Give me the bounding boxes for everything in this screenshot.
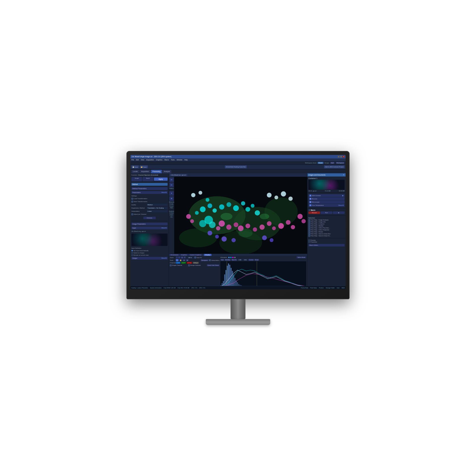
crosshair-tool[interactable]: ⊕	[186, 259, 189, 261]
switch-output-radio[interactable]	[131, 252, 133, 254]
menu-graphics[interactable]: Graphics	[156, 159, 162, 161]
main-image-canvas[interactable]	[174, 177, 307, 254]
properties-radio[interactable]	[308, 241, 310, 243]
set-input-auto-radio[interactable]	[131, 250, 133, 251]
interpolation-check[interactable]: ✓	[209, 259, 211, 261]
menu-help[interactable]: Help	[184, 159, 188, 161]
minimize-btn[interactable]: ─	[338, 156, 340, 158]
toolbar-save[interactable]: 💾 Save	[131, 165, 139, 168]
rp-close-icon[interactable]: ✕	[343, 174, 345, 176]
macro-expand-icon[interactable]: ▼	[308, 209, 310, 211]
dapi-btn[interactable]: DAPI	[176, 262, 180, 264]
reg-method-value[interactable]: Translation + No Scaling	[147, 207, 168, 209]
show-all-cryo[interactable]: Show All	[338, 205, 344, 206]
tab-processing[interactable]: Processing	[151, 170, 162, 173]
custom-graphics-tab[interactable]: Custom Graphics	[188, 254, 202, 256]
sel-check-7[interactable]	[308, 233, 310, 235]
menu-view[interactable]: View	[141, 159, 144, 161]
zoom-out-btn[interactable]: -	[176, 256, 178, 259]
preview-radio[interactable]	[308, 239, 310, 241]
workspace-reset-btn[interactable]: Reset	[318, 162, 324, 164]
zen-connect-arrow[interactable]: ▶	[342, 195, 344, 196]
interp-label-2[interactable]: Interpolation	[211, 260, 219, 261]
run-btn[interactable]: Run	[321, 211, 332, 214]
info-label[interactable]: Info	[169, 216, 174, 218]
input-show-all[interactable]: Show All	[161, 227, 167, 229]
gallery-label[interactable]: Gallery	[169, 188, 174, 189]
switch-output-label[interactable]: Switch to Output	[133, 252, 144, 254]
maximize-btn[interactable]: □	[340, 156, 342, 158]
sel-text-5[interactable]: Flow Step - Ortho Projection	[311, 229, 329, 231]
single-ch-check[interactable]	[170, 265, 172, 266]
focus-label[interactable]: Focus	[169, 205, 174, 207]
apply-btn[interactable]: Apply	[154, 178, 168, 181]
load-transform-label[interactable]: Load Transformation	[134, 198, 147, 199]
range-ind-check[interactable]	[188, 265, 190, 266]
add-zen-connect-btn[interactable]: Add to ZEN Connect Project	[324, 165, 345, 168]
current-select[interactable]: Current	[248, 259, 254, 261]
quick-color-btn[interactable]: Quick Color Setup	[207, 264, 219, 266]
zoom-1-btn[interactable]: 1	[184, 256, 186, 259]
record-btn[interactable]: Record	[308, 211, 320, 214]
menu-file[interactable]: File	[131, 159, 134, 161]
arrow-tool[interactable]: ↖	[176, 259, 178, 261]
zoom-tool-btn[interactable]: ⊕	[183, 259, 185, 261]
sel-check-1[interactable]	[308, 221, 310, 223]
adjust-channel-check[interactable]	[131, 213, 133, 215]
spline-mode-btn[interactable]: Spline Mode	[297, 256, 306, 258]
quality-value[interactable]: Medium	[147, 204, 168, 206]
sel-text-1[interactable]: Flow Step - Image Info	[311, 221, 326, 223]
stop-btn[interactable]: ■	[333, 211, 345, 214]
analysis-label[interactable]: Analysis	[169, 210, 174, 212]
egfp-btn[interactable]: EGFP	[181, 262, 186, 264]
batch-mode-btn[interactable]: Batch	[143, 177, 153, 181]
menu-tools[interactable]: Tools	[171, 159, 175, 161]
properties-label[interactable]: Properties	[310, 241, 317, 243]
load-transform-check[interactable]	[131, 198, 133, 200]
sel-check-0[interactable]	[308, 219, 310, 221]
tab-analysis[interactable]: Analysis	[162, 170, 171, 173]
show-scale-bar-btn[interactable]: Show/Hide Floating Scale Bar	[225, 165, 247, 168]
auto-fit-checkbox[interactable]: ✓	[194, 257, 196, 258]
output-show-all[interactable]: Show All	[161, 257, 167, 259]
critical-label[interactable]: Critical	[169, 212, 174, 214]
close-btn[interactable]: ✕	[343, 156, 345, 158]
design-select[interactable]: Dark	[330, 162, 335, 164]
hist-reset-btn[interactable]: Reset	[254, 259, 259, 261]
sel-check-3[interactable]	[308, 225, 310, 227]
menu-window[interactable]: Window	[177, 159, 182, 161]
auto-select[interactable]: Auto	[220, 259, 224, 261]
sel-text-4[interactable]: Flow Step - Ortho Proj Auto...	[311, 227, 330, 229]
view-2d-btn[interactable]: 2D	[169, 178, 174, 182]
profile-label[interactable]: Profile	[169, 203, 174, 205]
sel-check-6[interactable]	[308, 231, 310, 233]
sel-text-3[interactable]: Flow Step - Median	[311, 225, 324, 227]
spline-val2[interactable]: 0.01	[243, 259, 248, 261]
zen-connect-item[interactable]: Z ZEN Connect ▶	[308, 194, 345, 197]
adjust-channel-label[interactable]: Adjust per Channel	[134, 213, 146, 215]
menu-acquisition[interactable]: Acquisition	[146, 159, 154, 161]
set-input-auto-label[interactable]: Set Input Automatically	[133, 250, 149, 251]
biozone-item[interactable]: B Biozone	[308, 197, 345, 200]
spline-val1[interactable]: 2.00	[238, 259, 242, 261]
sel-check-8[interactable]	[308, 235, 310, 237]
minmax-select[interactable]: Min/Max	[225, 259, 231, 261]
view-3d-btn[interactable]: 3D	[169, 183, 174, 187]
hand-tool[interactable]: ✋	[179, 259, 182, 261]
image-file-tab[interactable]: 10x 96well sin...ge.czi	[170, 174, 187, 176]
save-transform-label[interactable]: Save Transformation	[134, 201, 147, 202]
menu-edit[interactable]: Edit	[136, 159, 139, 161]
graphics-tab[interactable]: Graphics	[180, 254, 188, 256]
menu-macro[interactable]: Macro	[164, 159, 169, 161]
toolbar-open[interactable]: 📂 Open	[140, 165, 148, 168]
sel-text-8[interactable]: Flow Step - Save & Close Im...	[311, 235, 331, 237]
mchar-btn[interactable]: mChar	[187, 262, 192, 264]
navigator-btn[interactable]: Navigator	[201, 259, 208, 261]
zoom-in-btn[interactable]: +	[178, 256, 180, 259]
auto-fit-label[interactable]: Auto Fit	[197, 257, 202, 258]
zoom-fit-btn[interactable]: ⊡	[181, 256, 183, 259]
oblique-btn[interactable]: Oblique	[193, 262, 199, 264]
show-all-link[interactable]: Show All	[161, 192, 167, 193]
zoom-value[interactable]: 68 %	[186, 257, 194, 259]
cryo-temp-item[interactable]: C Cryo Temperature Show All	[308, 204, 345, 207]
